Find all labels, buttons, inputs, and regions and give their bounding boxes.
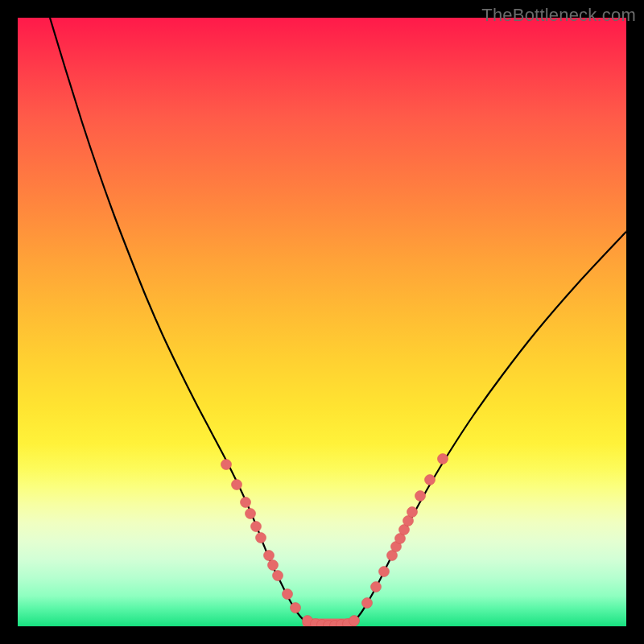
curve-dot: [379, 567, 390, 577]
curve-dot: [407, 507, 418, 518]
curve-dot: [362, 598, 373, 609]
curve-dot: [268, 560, 279, 571]
watermark-text: TheBottleneck.com: [481, 5, 636, 26]
curve-dot: [371, 582, 382, 592]
curve-dot: [438, 454, 448, 464]
curve-dots: [221, 454, 448, 627]
curve-path: [50, 18, 626, 625]
curve-dot: [349, 616, 360, 626]
curve-dot: [241, 497, 251, 508]
plot-area: [18, 18, 626, 626]
curve-dot: [415, 491, 426, 502]
curve-dot: [256, 533, 266, 543]
curve-dot: [221, 460, 232, 470]
curve-dot: [291, 603, 301, 613]
curve-dot: [425, 475, 436, 485]
curve-dot: [273, 571, 283, 581]
curve-dot: [264, 551, 275, 561]
curve-dot: [283, 589, 293, 600]
curve-dot: [251, 522, 262, 532]
curve-dot: [246, 509, 256, 519]
curve-dot: [232, 480, 242, 490]
bottleneck-curve: [18, 18, 626, 626]
chart-frame: TheBottleneck.com: [0, 0, 644, 644]
